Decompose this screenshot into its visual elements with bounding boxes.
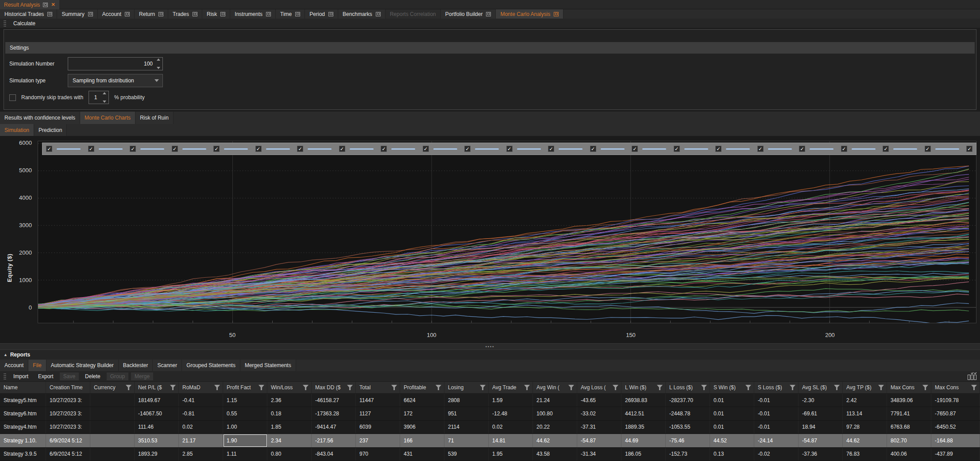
horizontal-splitter[interactable]: •••• xyxy=(0,343,980,350)
import-button[interactable]: Import xyxy=(10,372,32,380)
tab-time[interactable]: Time xyxy=(276,9,305,19)
column-header-romad-4[interactable]: RoMaD xyxy=(179,382,223,393)
cell-creation-time-1[interactable]: 10/27/2023 3: xyxy=(46,421,90,434)
cell-max-cons-20[interactable]: 6763.68 xyxy=(887,421,931,434)
cell-avg-loss-13[interactable]: -37.31 xyxy=(577,421,621,434)
tab-benchmarks[interactable]: Benchmarks xyxy=(338,9,386,19)
cell-avg-sl-18[interactable]: -2.30 xyxy=(799,394,843,407)
legend-checkbox[interactable]: ✓ xyxy=(88,146,94,152)
cell-s-loss-17[interactable]: -0.01 xyxy=(754,407,799,420)
legend-checkbox[interactable]: ✓ xyxy=(339,146,345,152)
open-in-window-icon[interactable] xyxy=(43,3,48,7)
open-in-window-icon[interactable] xyxy=(328,12,333,16)
open-in-window-icon[interactable] xyxy=(266,12,271,16)
cell-avg-trade-11[interactable]: -12.48 xyxy=(489,407,533,420)
legend-checkbox[interactable]: ✓ xyxy=(799,146,805,152)
cell-l-win-14[interactable]: 186.05 xyxy=(621,448,666,461)
close-icon[interactable]: ✕ xyxy=(51,2,55,8)
reports-tab-file[interactable]: File xyxy=(28,360,46,371)
filter-icon[interactable] xyxy=(790,385,795,390)
export-button[interactable]: Export xyxy=(35,372,57,380)
cell-s-loss-17[interactable]: -0.02 xyxy=(754,448,799,461)
column-header-profit-fact-5[interactable]: Profit Fact xyxy=(223,382,267,393)
legend-checkbox[interactable]: ✓ xyxy=(213,146,220,152)
cell-profitable-9[interactable]: 6624 xyxy=(400,394,444,407)
cell-win-loss-6[interactable]: 0.80 xyxy=(267,448,312,461)
cell-avg-win-12[interactable]: 21.24 xyxy=(533,394,577,407)
cell-avg-sl-18[interactable]: 18.94 xyxy=(799,421,843,434)
legend-checkbox[interactable]: ✓ xyxy=(883,146,889,152)
cell-currency-2[interactable] xyxy=(90,394,135,407)
cell-creation-time-1[interactable]: 6/9/2024 5:12 xyxy=(46,448,90,461)
cell-avg-trade-11[interactable]: 0.02 xyxy=(489,421,533,434)
cell-max-dd-7[interactable]: -9414.47 xyxy=(312,421,356,434)
open-in-window-icon[interactable] xyxy=(554,12,559,16)
cell-l-loss-15[interactable]: -1053.55 xyxy=(666,421,710,434)
legend-checkbox[interactable]: ✓ xyxy=(46,146,52,152)
cell-currency-2[interactable] xyxy=(90,407,135,420)
tab-period[interactable]: Period xyxy=(305,9,338,19)
cell-profit-fact-5[interactable]: 0.55 xyxy=(223,407,267,420)
cell-max-cons-20[interactable]: 34839.06 xyxy=(887,394,931,407)
cell-romad-4[interactable]: -0.81 xyxy=(179,407,223,420)
filter-icon[interactable] xyxy=(657,385,663,390)
toolbar-grip[interactable] xyxy=(4,20,6,27)
legend-checkbox[interactable]: ✓ xyxy=(548,146,554,152)
column-header-avg-sl-18[interactable]: Avg SL ($) xyxy=(799,382,843,393)
filter-icon[interactable] xyxy=(878,385,884,390)
open-in-window-icon[interactable] xyxy=(220,12,225,16)
column-header-creation-time-1[interactable]: Creation Time xyxy=(46,382,90,393)
tab-monte-carlo-charts[interactable]: Monte Carlo Charts xyxy=(80,112,135,124)
cell-total-8[interactable]: 11447 xyxy=(356,394,400,407)
cell-l-loss-15[interactable]: -152.73 xyxy=(666,448,710,461)
cell-name-0[interactable]: Strategy 3.9.5 xyxy=(0,448,46,461)
legend-checkbox[interactable]: ✓ xyxy=(590,146,596,152)
legend-checkbox[interactable]: ✓ xyxy=(966,146,972,152)
tab-monte-carlo-analysis[interactable]: Monte Carlo Analysis xyxy=(496,9,563,19)
calculate-button[interactable]: Calculate xyxy=(10,19,39,27)
cell-avg-tp-19[interactable]: 44.62 xyxy=(843,434,887,447)
cell-l-loss-15[interactable]: -75.46 xyxy=(666,434,710,447)
tab-trades[interactable]: Trades xyxy=(168,9,202,19)
tab-risk-of-ruin[interactable]: Risk of Ruin xyxy=(135,112,174,124)
cell-profit-fact-5[interactable]: 1.11 xyxy=(223,448,267,461)
cell-s-win-16[interactable]: 44.52 xyxy=(710,434,754,447)
tab-account[interactable]: Account xyxy=(98,9,135,19)
column-header-total-8[interactable]: Total xyxy=(356,382,400,393)
filter-icon[interactable] xyxy=(568,385,574,390)
tab-reports-correlation[interactable]: Reports Correlation xyxy=(386,9,441,19)
cell-creation-time-1[interactable]: 10/27/2023 3: xyxy=(46,394,90,407)
table-row[interactable]: Strategy 1.10.6/9/2024 5:123510.5321.171… xyxy=(0,434,980,447)
cell-avg-loss-13[interactable]: -43.65 xyxy=(577,394,621,407)
cell-avg-loss-13[interactable]: -54.87 xyxy=(577,434,621,447)
legend-checkbox[interactable]: ✓ xyxy=(130,146,136,152)
column-header-avg-trade-11[interactable]: Avg Trade xyxy=(489,382,533,393)
cell-max-dd-7[interactable]: -843.04 xyxy=(312,448,356,461)
table-row[interactable]: Strategy5.htm10/27/2023 3:18149.67-0.411… xyxy=(0,394,980,407)
cell-profit-fact-5[interactable]: 1.00 xyxy=(223,421,267,434)
cell-name-0[interactable]: Strategy6.htm xyxy=(0,407,46,420)
cell-s-loss-17[interactable]: -0.01 xyxy=(754,421,799,434)
cell-total-8[interactable]: 6039 xyxy=(356,421,400,434)
cell-s-win-16[interactable]: 0.13 xyxy=(710,448,754,461)
filter-icon[interactable] xyxy=(391,385,397,390)
filter-icon[interactable] xyxy=(436,385,441,390)
simulation-number-spinner[interactable] xyxy=(155,58,162,69)
cell-total-8[interactable]: 970 xyxy=(356,448,400,461)
column-header-s-loss-17[interactable]: S Loss ($) xyxy=(754,382,799,393)
column-header-losing-10[interactable]: Losing xyxy=(444,382,489,393)
legend-checkbox[interactable]: ✓ xyxy=(423,146,429,152)
filter-icon[interactable] xyxy=(126,385,131,390)
cell-avg-sl-18[interactable]: -69.61 xyxy=(799,407,843,420)
cell-profitable-9[interactable]: 3906 xyxy=(400,421,444,434)
cell-profit-fact-5[interactable]: 1.15 xyxy=(223,394,267,407)
filter-icon[interactable] xyxy=(170,385,176,390)
cell-max-cons-20[interactable]: 802.70 xyxy=(887,434,931,447)
column-header-net-p-l-3[interactable]: Net P/L ($ xyxy=(135,382,179,393)
cell-net-p-l-3[interactable]: 111.46 xyxy=(135,421,179,434)
cell-max-cons-20[interactable]: 400.06 xyxy=(887,448,931,461)
cell-avg-tp-19[interactable]: 113.14 xyxy=(843,407,887,420)
cell-net-p-l-3[interactable]: 18149.67 xyxy=(135,394,179,407)
cell-max-dd-7[interactable]: -46158.27 xyxy=(312,394,356,407)
tab-simulation[interactable]: Simulation xyxy=(0,124,34,136)
